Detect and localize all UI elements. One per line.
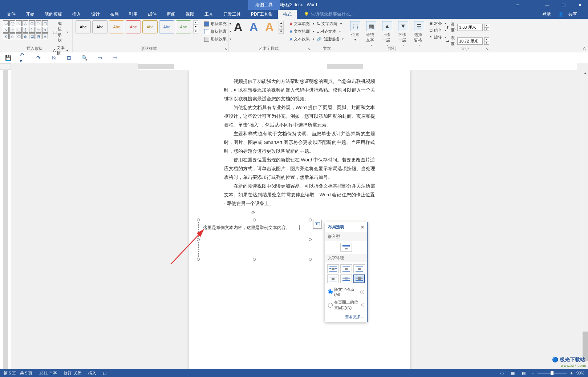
text-fill-button[interactable]: A文本填充 [288,20,316,27]
tab-pdf[interactable]: PDF工具集 [246,10,278,19]
tab-tools[interactable]: 工具 [199,10,218,19]
rotate-handle[interactable]: ⟳ [251,210,257,216]
align-text-button[interactable]: ≡ 对齐文本 [315,28,342,35]
height-up[interactable]: ▴ [484,24,489,27]
send-backward-button[interactable]: ▼下移一层 [396,20,410,48]
wrap-through[interactable] [353,264,365,273]
view-print-layout[interactable]: ▦ [509,370,517,376]
tell-me-search[interactable]: 告诉我您想要做什么... [304,11,354,17]
tab-file[interactable]: 文件 [2,10,21,19]
qat-button-7[interactable]: ▭ [96,54,103,61]
gallery-down[interactable]: ▾ [193,25,198,29]
share-button[interactable]: 👤 共享 [555,11,584,17]
minimize-button[interactable]: ― [539,0,555,10]
text-direction-button[interactable]: ⇅ 文字方向 [315,20,342,27]
wrap-front[interactable] [353,274,365,283]
info-icon[interactable]: i [360,290,364,294]
layout-options-button[interactable] [313,220,322,229]
tab-insert[interactable]: 插入 [67,10,86,19]
create-link-button[interactable]: 🔗 创建链接 [315,36,342,43]
wrap-text-button[interactable]: ▦环绕文字 [364,20,378,48]
shape-fill-button[interactable]: 形状填充 [203,20,232,27]
qat-button-8[interactable]: ▭ [111,54,118,61]
see-more-link[interactable]: 查看更多... [325,312,367,322]
style-preset-3[interactable]: Abc [109,20,124,33]
size-launcher[interactable]: ⬊ [486,47,489,51]
tab-templates[interactable]: 我的模板 [40,10,67,19]
tab-format[interactable]: 格式 [278,10,297,19]
text-effects-button[interactable]: A文本效果 [288,36,316,43]
style-preset-7[interactable]: Abc [176,20,191,33]
wordart-launcher[interactable]: ⬊ [308,47,311,51]
resize-handle-tl[interactable] [197,218,200,221]
shape-styles-launcher[interactable]: ⬊ [224,47,227,51]
resize-handle-br[interactable] [309,258,312,261]
move-with-text-option[interactable]: 随文字移动(M) i [325,285,367,298]
scroll-up[interactable]: ▴ [583,70,588,76]
resize-handle-l[interactable] [197,238,200,241]
login-button[interactable]: 登录 [539,11,555,17]
track-changes-status[interactable]: 修订: 关闭 [64,370,82,376]
zoom-level[interactable]: 90% [576,371,584,375]
width-input[interactable] [457,37,483,45]
fix-position-radio[interactable] [328,303,333,308]
info-icon[interactable]: i [361,303,364,307]
wordart-preset-3[interactable]: A [263,20,276,34]
wrap-tight[interactable] [340,264,352,273]
wordart-gallery[interactable]: A A A ▴▾≡ [232,20,284,34]
ribbon-display-options[interactable]: ▭ [512,0,523,10]
wordart-preset-1[interactable]: A [232,20,244,34]
wrap-behind[interactable] [340,274,352,283]
shape-effects-button[interactable]: 形状效果 [203,36,232,43]
vertical-scrollbar[interactable]: ▴ ▾ [582,70,588,369]
maximize-button[interactable]: ▢ [555,0,572,10]
style-preset-4[interactable]: Abc [126,20,141,33]
insert-mode[interactable]: 插入 [88,370,96,376]
resize-handle-t[interactable] [253,218,256,221]
tab-home[interactable]: 开始 [21,10,40,19]
shapes-gallery[interactable]: ▭◯＼△⬠〜▢ ↘↗⬡{}☆▾ ⟲◇⬭◐⬓⬔≡ [3,20,48,39]
style-preset-6[interactable]: Abc [159,20,174,33]
horizontal-ruler[interactable]: L [0,63,588,70]
close-button[interactable]: ✕ [572,0,588,10]
tab-view[interactable]: 视图 [181,10,199,19]
tab-references[interactable]: 引用 [124,10,143,19]
page-indicator[interactable]: 第 5 页，共 5 页 [4,370,32,376]
wrap-inline[interactable] [340,243,352,252]
position-button[interactable]: ⬚位置 [348,20,362,42]
height-down[interactable]: ▾ [484,27,489,31]
tab-mail[interactable]: 邮件 [143,10,162,19]
move-with-text-radio[interactable] [328,289,333,294]
shape-outline-button[interactable]: 形状轮廓 [203,28,232,35]
shape-style-gallery[interactable]: Abc Abc Abc Abc Abc Abc Abc ▴▾≡ [76,20,198,33]
gallery-more[interactable]: ≡ [193,29,198,33]
height-input[interactable] [457,24,483,31]
tab-review[interactable]: 审阅 [162,10,181,19]
zoom-slider[interactable] [538,373,567,374]
style-preset-5[interactable]: Abc [142,20,158,33]
collapse-ribbon-button[interactable]: ᐱ [583,46,586,51]
text-outline-button[interactable]: A文本轮廓 [288,28,316,35]
style-preset-1[interactable]: Abc [76,20,91,33]
resize-handle-tr[interactable] [309,218,312,221]
zoom-in[interactable]: ＋ [569,370,573,376]
zoom-out[interactable]: － [531,370,535,376]
resize-handle-bl[interactable] [197,258,200,261]
width-up[interactable]: ▴ [484,37,489,41]
textbox-content[interactable]: 这里是举例文本内容，这里是举例文本内容。 [203,225,290,230]
tab-dev[interactable]: 开发工具 [218,10,246,19]
resize-handle-b[interactable] [253,258,256,261]
status-extra[interactable]: ▢ [103,371,106,376]
edit-shape-button[interactable]: ⬚ 编辑形状 [52,20,69,44]
view-web-layout[interactable]: ▤ [520,370,528,376]
tab-design[interactable]: 设计 [86,10,105,19]
resize-handle-r[interactable] [309,238,312,241]
tab-layout[interactable]: 布局 [105,10,124,19]
wrap-topbottom[interactable] [327,274,339,283]
scroll-thumb[interactable] [583,332,588,361]
selection-pane-button[interactable]: ☰选择窗格 [412,20,426,48]
word-count[interactable]: 1311 个字 [39,370,57,376]
style-preset-2[interactable]: Abc [92,20,108,33]
fix-position-option[interactable]: 在页面上的位置固定(N) i [325,298,367,312]
vertical-ruler[interactable] [0,70,11,375]
